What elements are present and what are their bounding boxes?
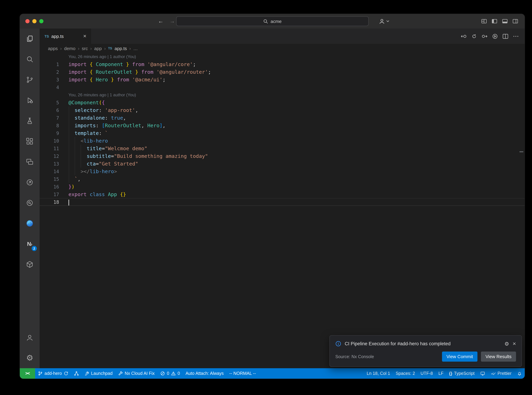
line-number[interactable]: 14 <box>40 168 69 175</box>
toggle-sidebar-right-icon[interactable] <box>512 18 518 24</box>
line-number[interactable]: 16 <box>40 183 69 191</box>
line-number[interactable]: 11 <box>40 145 69 152</box>
close-tab-icon[interactable]: × <box>81 33 88 40</box>
line-number[interactable]: 13 <box>40 160 69 168</box>
code-line[interactable]: 15 `, <box>40 175 525 183</box>
breadcrumb-item[interactable]: demo <box>64 46 75 51</box>
status-remote-window[interactable] <box>477 368 488 379</box>
minimize-window-button[interactable] <box>32 19 37 23</box>
tab-app-ts[interactable]: TS app.ts × <box>40 28 91 44</box>
code-editor[interactable]: You, 26 minutes ago | 1 author (You)1imp… <box>40 53 525 368</box>
code-text: import { RouterOutlet } from '@angular/r… <box>69 68 525 76</box>
toggle-panel-icon[interactable] <box>502 18 508 24</box>
close-window-button[interactable] <box>25 19 30 23</box>
status-language[interactable]: {} TypeScript <box>446 368 478 379</box>
activity-remote-explorer[interactable] <box>20 152 40 172</box>
view-commit-button[interactable]: View Commit <box>442 351 478 362</box>
code-line[interactable]: 3import { Hero } from '@acme/ui'; <box>40 76 525 83</box>
split-editor-icon[interactable] <box>502 33 509 39</box>
code-line[interactable]: 6 selector: 'app-root', <box>40 106 525 114</box>
text-cursor <box>69 199 69 205</box>
activity-source-control[interactable] <box>20 70 40 90</box>
more-actions-icon[interactable] <box>513 33 519 39</box>
activity-extensions[interactable] <box>20 131 40 152</box>
activity-settings[interactable]: ⚙ <box>20 348 40 368</box>
activity-run-debug[interactable] <box>20 90 40 110</box>
activity-profiler[interactable] <box>20 172 40 193</box>
code-line[interactable]: 1import { Component } from '@angular/cor… <box>40 60 525 68</box>
code-line[interactable]: 13 cta="Get Started" <box>40 160 525 168</box>
line-number[interactable]: 7 <box>40 114 69 122</box>
code-line[interactable]: 17export class App {} <box>40 191 525 198</box>
code-line[interactable]: 18 <box>40 198 525 206</box>
code-line[interactable]: 7 standalone: true, <box>40 114 525 122</box>
line-number[interactable]: 2 <box>40 68 69 76</box>
code-line[interactable]: 2import { RouterOutlet } from '@angular/… <box>40 68 525 76</box>
activity-testing[interactable] <box>20 110 40 131</box>
activity-accounts[interactable] <box>20 327 40 348</box>
breadcrumb-item[interactable]: src <box>82 46 88 51</box>
status-problems[interactable]: 0 0 <box>157 368 183 379</box>
line-number[interactable]: 9 <box>40 129 69 137</box>
blame-text: You, 26 minutes ago | 1 author (You) <box>69 91 525 99</box>
status-auto-attach[interactable]: Auto Attach: Always <box>183 368 226 379</box>
forward-icon[interactable]: → <box>169 18 175 24</box>
status-branch[interactable]: add-hero <box>35 368 71 379</box>
line-number[interactable]: 3 <box>40 76 69 83</box>
view-results-button[interactable]: View Results <box>481 351 516 362</box>
status-notifications[interactable] <box>514 368 525 379</box>
line-number[interactable]: 15 <box>40 175 69 183</box>
customize-layout-icon[interactable] <box>481 18 487 24</box>
run-file-icon[interactable] <box>492 33 498 39</box>
remote-indicator[interactable]: >< <box>20 368 35 379</box>
line-number[interactable]: 10 <box>40 137 69 145</box>
status-nx-cloud[interactable]: Nx Cloud AI Fix <box>115 368 157 379</box>
activity-containers[interactable] <box>20 254 40 275</box>
command-center[interactable]: acme <box>176 16 369 26</box>
code-line[interactable]: 11 title="Welcmoe demo" <box>40 145 525 152</box>
notification-close-icon[interactable]: × <box>513 341 516 347</box>
breadcrumb-item[interactable]: … <box>133 46 138 51</box>
breadcrumb-item[interactable]: app <box>94 46 102 51</box>
activity-code-search[interactable] <box>20 193 40 213</box>
status-encoding[interactable]: UTF-8 <box>418 368 436 379</box>
status-vim-mode[interactable]: -- NORMAL -- <box>226 368 259 379</box>
line-number[interactable]: 5 <box>40 99 69 106</box>
next-change-icon[interactable] <box>481 33 488 39</box>
code-line[interactable]: 4 <box>40 83 525 91</box>
line-number[interactable]: 12 <box>40 152 69 160</box>
code-line[interactable]: 5@Component({ <box>40 99 525 106</box>
status-prettier[interactable]: Prettier <box>488 368 514 379</box>
status-indentation[interactable]: Spaces: 2 <box>393 368 418 379</box>
line-number[interactable]: 6 <box>40 106 69 114</box>
line-number[interactable]: 4 <box>40 83 69 91</box>
prev-change-icon[interactable] <box>460 33 467 39</box>
refresh-icon[interactable] <box>471 33 478 39</box>
code-line[interactable]: 12 subtitle="Build something amazing tod… <box>40 152 525 160</box>
profile-button[interactable] <box>379 18 389 24</box>
activity-edge-devtools[interactable] <box>20 213 40 234</box>
status-eol[interactable]: LF <box>435 368 446 379</box>
code-line[interactable]: 9 template: ` <box>40 129 525 137</box>
code-line[interactable]: 10 <lib-hero <box>40 137 525 145</box>
toggle-sidebar-left-icon[interactable] <box>491 18 498 24</box>
line-number[interactable]: 1 <box>40 60 69 68</box>
status-graph[interactable] <box>71 368 82 379</box>
code-line[interactable]: 14 ></lib-hero> <box>40 168 525 175</box>
code-line[interactable]: 8 imports: [RouterOutlet, Hero], <box>40 122 525 129</box>
line-number[interactable]: 17 <box>40 191 69 198</box>
breadcrumb-item[interactable]: app.ts <box>114 46 127 51</box>
activity-explorer[interactable] <box>20 28 40 49</box>
line-number[interactable]: 8 <box>40 122 69 129</box>
code-line[interactable]: 16}) <box>40 183 525 191</box>
line-number[interactable]: 18 <box>40 198 69 206</box>
back-icon[interactable]: ← <box>158 18 163 24</box>
zoom-window-button[interactable] <box>39 19 43 23</box>
activity-search[interactable] <box>20 49 40 70</box>
breadcrumb-item[interactable]: apps <box>48 46 58 51</box>
notification-buttons: View Commit View Results <box>442 351 516 362</box>
notification-settings-gear-icon[interactable]: ⚙ <box>504 341 509 346</box>
status-cursor-position[interactable]: Ln 18, Col 1 <box>364 368 393 379</box>
activity-nx-console[interactable]: N› 2 <box>20 234 40 254</box>
status-launchpad[interactable]: Launchpad <box>82 368 115 379</box>
